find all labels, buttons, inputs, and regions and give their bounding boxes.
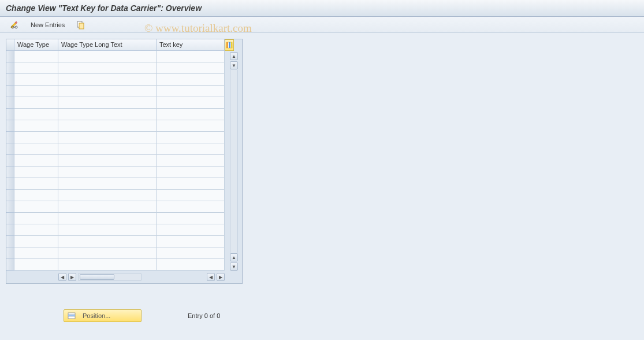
grid-cell[interactable] [58,259,157,271]
grid-cell[interactable] [58,62,157,74]
grid-cell[interactable] [14,213,58,224]
scroll-up-button[interactable]: ▲ [230,52,238,60]
grid-cell[interactable] [14,259,58,271]
scroll-up-button-bottom[interactable]: ▲ [230,253,238,261]
grid-cell[interactable] [157,74,225,86]
position-button[interactable]: Position... [64,309,142,322]
hscroll-thumb[interactable] [80,274,114,280]
grid-cell[interactable] [14,236,58,247]
grid-cell[interactable] [14,86,58,97]
col-header-wage-type[interactable]: Wage Type [14,39,58,51]
grid-cell[interactable] [58,213,157,224]
row-select-handle[interactable] [6,51,14,62]
grid-cell[interactable] [58,236,157,247]
grid-cell[interactable] [14,74,58,86]
row-select-handle[interactable] [6,178,14,190]
new-entries-button[interactable]: New Entries [27,20,69,30]
row-select-handle[interactable] [6,109,14,120]
grid-cell[interactable] [157,213,225,224]
scroll-left-end-button[interactable]: ◀ [207,273,215,281]
grid-cell[interactable] [14,51,58,62]
grid-cell[interactable] [58,86,157,97]
grid-cell[interactable] [14,62,58,74]
row-select-handle[interactable] [6,190,14,201]
vertical-scrollbar[interactable]: ▲ ▼ ▲ ▼ [225,51,242,271]
select-all-handle[interactable] [6,39,14,51]
row-select-handle[interactable] [6,74,14,86]
scroll-right-button[interactable]: ▶ [68,273,76,281]
scroll-right-end-button[interactable]: ▶ [217,273,225,281]
grid-cell[interactable] [14,97,58,109]
scroll-left-button[interactable]: ◀ [58,273,66,281]
grid-cell[interactable] [58,167,157,178]
row-select-handle[interactable] [6,247,14,259]
grid-cell[interactable] [157,224,225,236]
grid-cell[interactable] [14,155,58,167]
row-select-handle[interactable] [6,143,14,155]
table-settings-button[interactable] [225,39,234,51]
row-select-handle[interactable] [6,201,14,213]
row-select-handle[interactable] [6,213,14,224]
grid-cell[interactable] [14,143,58,155]
grid-cell[interactable] [157,86,225,97]
grid-cell[interactable] [58,74,157,86]
row-select-handle[interactable] [6,97,14,109]
scroll-down-button-bottom[interactable]: ▼ [230,263,238,271]
horizontal-scrollbar[interactable]: ◀ ▶ ◀ ▶ [6,271,242,283]
table-row [6,97,225,109]
grid-cell[interactable] [14,178,58,190]
grid-cell[interactable] [58,190,157,201]
row-select-handle[interactable] [6,155,14,167]
row-select-handle[interactable] [6,259,14,271]
toggle-button[interactable] [6,19,23,31]
grid-cell[interactable] [58,143,157,155]
row-select-handle[interactable] [6,236,14,247]
grid-cell[interactable] [157,236,225,247]
grid-cell[interactable] [58,132,157,143]
grid-cell[interactable] [157,178,225,190]
row-select-handle[interactable] [6,120,14,132]
grid-cell[interactable] [14,224,58,236]
grid-cell[interactable] [157,143,225,155]
row-select-handle[interactable] [6,86,14,97]
col-header-text-key[interactable]: Text key [157,39,225,51]
grid-cell[interactable] [157,259,225,271]
row-select-handle[interactable] [6,224,14,236]
grid-cell[interactable] [157,155,225,167]
grid-cell[interactable] [58,178,157,190]
grid-cell[interactable] [157,109,225,120]
grid-cell[interactable] [157,247,225,259]
grid-cell[interactable] [14,167,58,178]
table-row [6,201,225,213]
col-header-wage-long[interactable]: Wage Type Long Text [58,39,157,51]
grid-cell[interactable] [157,51,225,62]
grid-cell[interactable] [58,155,157,167]
vscroll-track[interactable] [230,70,238,253]
grid-cell[interactable] [14,120,58,132]
row-select-handle[interactable] [6,167,14,178]
grid-cell[interactable] [14,109,58,120]
row-select-handle[interactable] [6,132,14,143]
grid-cell[interactable] [157,132,225,143]
grid-cell[interactable] [14,132,58,143]
grid-cell[interactable] [157,62,225,74]
grid-cell[interactable] [58,224,157,236]
grid-cell[interactable] [58,51,157,62]
grid-cell[interactable] [58,120,157,132]
grid-cell[interactable] [157,201,225,213]
grid-cell[interactable] [58,247,157,259]
grid-cell[interactable] [157,167,225,178]
grid-cell[interactable] [58,109,157,120]
grid-cell[interactable] [157,97,225,109]
hscroll-track[interactable] [78,273,142,281]
row-select-handle[interactable] [6,62,14,74]
copy-button[interactable] [72,19,90,31]
grid-cell[interactable] [14,190,58,201]
grid-cell[interactable] [58,97,157,109]
grid-cell[interactable] [14,201,58,213]
grid-cell[interactable] [58,201,157,213]
grid-cell[interactable] [14,247,58,259]
grid-cell[interactable] [157,120,225,132]
grid-cell[interactable] [157,190,225,201]
scroll-down-button[interactable]: ▼ [230,61,238,69]
